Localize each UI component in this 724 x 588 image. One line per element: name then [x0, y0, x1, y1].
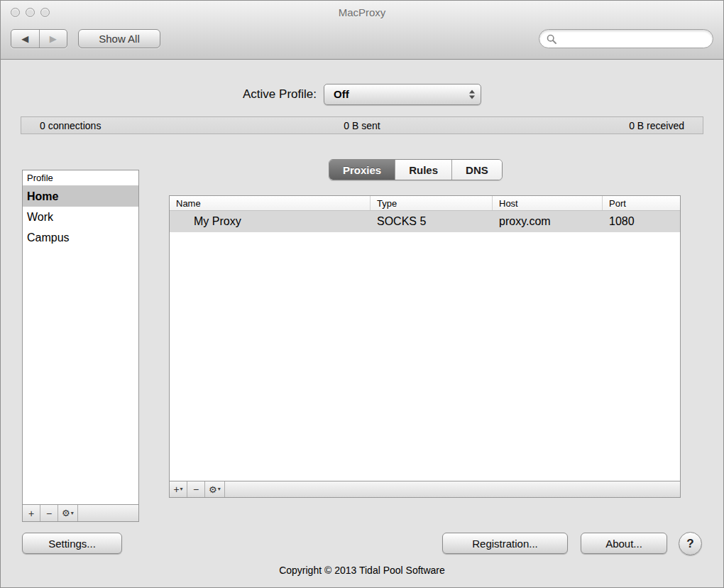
column-header-name[interactable]: Name: [170, 196, 371, 210]
proxy-action-menu-button[interactable]: ⚙ ▾: [205, 481, 225, 497]
back-button[interactable]: ◀: [11, 30, 39, 48]
status-bar: 0 connections 0 B sent 0 B received: [21, 116, 703, 134]
profile-list-controls: + − ⚙ ▾: [23, 504, 138, 521]
gear-icon: ⚙: [62, 508, 70, 518]
column-header-port[interactable]: Port: [603, 196, 680, 210]
proxy-table-body: My Proxy SOCKS 5 proxy.com 1080: [170, 211, 680, 481]
profile-panel: Profile Home Work Campus + − ⚙ ▾: [22, 170, 139, 522]
help-button[interactable]: ?: [679, 532, 702, 555]
search-icon: [547, 34, 556, 44]
chevron-down-icon: [469, 95, 475, 99]
proxy-port-cell: 1080: [603, 215, 680, 228]
show-all-button[interactable]: Show All: [78, 29, 160, 48]
profile-column-header: Profile: [23, 170, 138, 186]
window-title: MacProxy: [1, 6, 723, 18]
tab-dns[interactable]: DNS: [451, 160, 502, 180]
add-profile-button[interactable]: +: [23, 505, 40, 521]
settings-button[interactable]: Settings...: [22, 533, 122, 554]
proxy-name-cell: My Proxy: [170, 215, 371, 228]
dropdown-arrow-icon: ▾: [71, 511, 74, 516]
column-header-host[interactable]: Host: [493, 196, 603, 210]
profile-action-menu-button[interactable]: ⚙ ▾: [58, 505, 78, 521]
active-profile-value: Off: [334, 88, 349, 100]
search-input[interactable]: [561, 33, 706, 45]
proxy-host-cell: proxy.com: [493, 215, 603, 228]
proxy-table: Name Type Host Port My Proxy SOCKS 5 pro…: [169, 195, 681, 498]
search-field: [539, 29, 713, 48]
back-icon: ◀: [21, 33, 28, 44]
registration-button[interactable]: Registration...: [442, 533, 568, 554]
tab-proxies[interactable]: Proxies: [329, 160, 395, 180]
remove-proxy-button[interactable]: −: [187, 481, 205, 497]
dropdown-arrow-icon: ▾: [180, 486, 183, 492]
section-tabs: Proxies Rules DNS: [329, 159, 503, 180]
dropdown-arrow-icon: ▾: [218, 486, 221, 492]
tab-rules[interactable]: Rules: [395, 160, 451, 180]
add-proxy-button[interactable]: + ▾: [170, 481, 187, 497]
proxy-table-header: Name Type Host Port: [170, 196, 680, 211]
copyright-text: Copyright © 2013 Tidal Pool Software: [1, 565, 723, 576]
forward-button[interactable]: ▶: [39, 30, 67, 48]
active-profile-row: Active Profile: Off: [1, 83, 723, 105]
proxy-type-cell: SOCKS 5: [371, 215, 493, 228]
gear-icon: ⚙: [209, 484, 217, 495]
chevron-up-icon: [469, 89, 475, 93]
bytes-received: 0 B received: [469, 120, 684, 131]
macproxy-window: MacProxy ◀ ▶ Show All Active Profile: Of…: [0, 0, 724, 588]
popup-stepper-icon: [469, 89, 475, 99]
profile-list: Home Work Campus: [23, 186, 138, 504]
about-button[interactable]: About...: [581, 533, 667, 554]
profile-item-work[interactable]: Work: [23, 207, 138, 227]
profile-item-campus[interactable]: Campus: [23, 227, 138, 248]
active-profile-label: Active Profile:: [243, 87, 317, 102]
profile-item-home[interactable]: Home: [23, 186, 138, 207]
remove-profile-button[interactable]: −: [40, 505, 58, 521]
forward-icon: ▶: [50, 33, 57, 44]
proxy-table-controls: + ▾ − ⚙ ▾: [170, 481, 680, 497]
bytes-sent: 0 B sent: [255, 120, 470, 131]
connections-count: 0 connections: [40, 120, 255, 131]
back-forward-control: ◀ ▶: [11, 29, 67, 48]
column-header-type[interactable]: Type: [371, 196, 493, 210]
window-header: MacProxy ◀ ▶ Show All: [1, 1, 723, 60]
active-profile-dropdown[interactable]: Off: [324, 84, 481, 105]
plus-icon: +: [173, 484, 179, 495]
table-row[interactable]: My Proxy SOCKS 5 proxy.com 1080: [170, 211, 680, 232]
